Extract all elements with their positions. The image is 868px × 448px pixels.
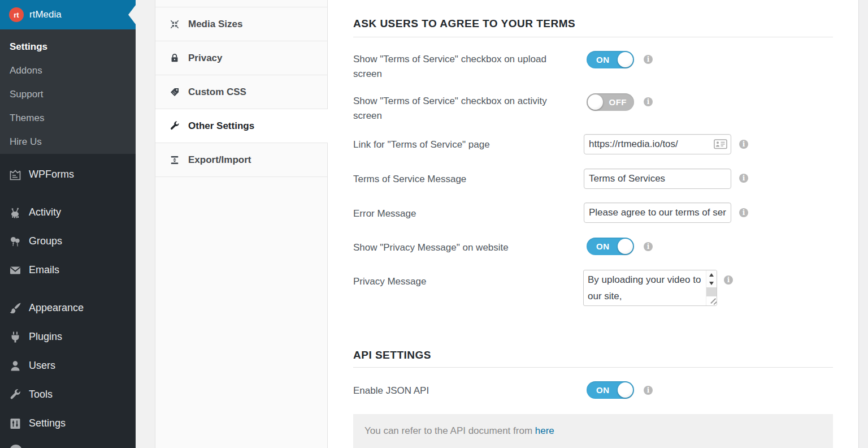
export-import-icon [169,154,180,166]
toggle-json-api[interactable]: ON [587,381,634,399]
toggle-privacy-message[interactable]: ON [587,238,634,255]
submenu-item-settings[interactable]: Settings [0,35,136,59]
api-note-box: You can refer to the API document from h… [353,414,833,448]
menu-item-label: Settings [29,417,66,429]
info-icon[interactable]: i [724,275,733,285]
info-icon[interactable]: i [739,174,748,183]
appearance-icon [8,301,22,315]
setting-label-error-message: Error Message [353,206,551,221]
menu-item-label: Tools [29,389,53,400]
menu-item-tools[interactable]: Tools [0,380,136,409]
menu-item-activity[interactable]: Activity [0,198,136,227]
tos-link-input[interactable] [584,134,731,154]
menu-item-appearance[interactable]: Appearance [0,294,136,322]
toggle-knob [588,94,603,110]
rtmedia-menu-title: rtMedia [29,0,62,29]
tab-export-import[interactable]: Export/Import [155,143,327,177]
textarea-scrollbar[interactable] [706,270,717,305]
section-title-terms: ASK USERS TO AGREE TO YOUR TERMS [353,18,833,30]
page-scrollbar[interactable] [858,0,868,448]
submenu-item-themes[interactable]: Themes [0,106,136,130]
toggle-state-label: OFF [609,93,627,111]
groups-icon [8,235,22,248]
submenu-item-hire-us[interactable]: Hire Us [0,130,136,154]
setting-label-upload-tos: Show "Terms of Service" checkbox on uplo… [353,52,551,81]
scroll-down-icon[interactable] [706,279,717,287]
info-icon[interactable]: i [644,242,653,251]
collapsed-menu-item-icon [10,445,22,448]
setting-label-json-api: Enable JSON API [353,384,551,398]
settings-icon [8,417,22,430]
wrench-icon [169,120,180,132]
toggle-state-label: ON [596,381,610,399]
menu-item-label: Groups [29,235,62,247]
toggle-knob [618,52,633,67]
setting-label-tos-message: Terms of Service Message [353,172,551,187]
emails-icon [8,264,22,277]
plugins-icon [8,330,22,344]
current-menu-arrow-icon [128,5,136,24]
submenu-item-addons[interactable]: Addons [0,59,136,83]
menu-item-label: Activity [29,206,61,218]
menu-item-label: Emails [29,264,59,276]
info-icon[interactable]: i [644,55,653,64]
tools-icon [8,388,22,402]
menu-item-label: Plugins [29,331,62,343]
privacy-message-textarea[interactable]: By uploading your video to our site, [583,270,717,306]
tab-label: Other Settings [188,120,254,132]
menu-item-label: Users [29,360,55,372]
privacy-message-text: By uploading your video to our site, [584,270,706,305]
tab-label: Custom CSS [188,87,246,98]
activity-icon [8,206,22,219]
tab-media-sizes[interactable]: Media Sizes [155,7,327,41]
menu-item-users[interactable]: Users [0,351,136,380]
menu-item-emails[interactable]: Emails [0,256,136,285]
scroll-up-icon[interactable] [706,270,717,279]
info-icon[interactable]: i [739,140,748,149]
tab-custom-css[interactable]: Custom CSS [155,75,327,109]
toggle-activity-tos[interactable]: OFF [587,93,634,111]
select-page-icon[interactable] [714,139,727,149]
error-message-input[interactable] [584,203,731,223]
api-doc-link[interactable]: here [535,425,554,436]
menu-item-wpforms[interactable]: WPForms [0,160,136,189]
setting-label-activity-tos: Show "Terms of Service" checkbox on acti… [353,94,551,123]
info-icon[interactable]: i [739,208,748,217]
menu-item-groups[interactable]: Groups [0,227,136,256]
media-sizes-icon [169,19,180,30]
section-divider [353,37,833,37]
tab-label: Privacy [188,53,223,64]
info-icon[interactable]: i [644,97,653,106]
section-title-api: API SETTINGS [353,349,833,361]
tos-message-input[interactable] [584,169,731,189]
settings-content: ASK USERS TO AGREE TO YOUR TERMS Show "T… [328,0,868,448]
rtmedia-submenu: Settings Addons Support Themes Hire Us [0,29,136,154]
menu-item-settings[interactable]: Settings [0,409,136,438]
settings-tab-list: Media Sizes Privacy Custom CSS [155,0,328,448]
toggle-state-label: ON [596,51,610,68]
rtmedia-settings-page: rt rtMedia Settings Addons Support Theme… [0,0,868,448]
scroll-track[interactable] [706,287,717,296]
users-icon [8,359,22,373]
privacy-lock-icon [169,53,180,64]
tab-other-settings[interactable]: Other Settings [155,109,329,143]
submenu-item-support[interactable]: Support [0,83,136,106]
custom-css-tag-icon [169,87,180,98]
wp-admin-sidebar: rt rtMedia Settings Addons Support Theme… [0,0,136,448]
tab-label: Export/Import [188,154,251,166]
tab-partial-above[interactable] [155,0,327,7]
resize-grip-icon[interactable] [706,296,717,305]
toggle-state-label: ON [596,238,610,255]
menu-item-plugins[interactable]: Plugins [0,322,136,351]
wp-main-menu: WPForms Activity [0,160,136,438]
info-icon[interactable]: i [644,386,653,395]
api-note-text: You can refer to the API document from [364,425,532,436]
setting-label-privacy-toggle: Show "Privacy Message" on website [353,240,551,255]
rtmedia-menu-header[interactable]: rt rtMedia [0,0,136,29]
toggle-knob [618,239,633,254]
tab-privacy[interactable]: Privacy [155,41,327,75]
setting-label-privacy-message: Privacy Message [353,274,551,289]
rtmedia-logo-icon: rt [9,7,24,22]
section-divider [353,367,833,368]
toggle-upload-tos[interactable]: ON [587,51,634,68]
